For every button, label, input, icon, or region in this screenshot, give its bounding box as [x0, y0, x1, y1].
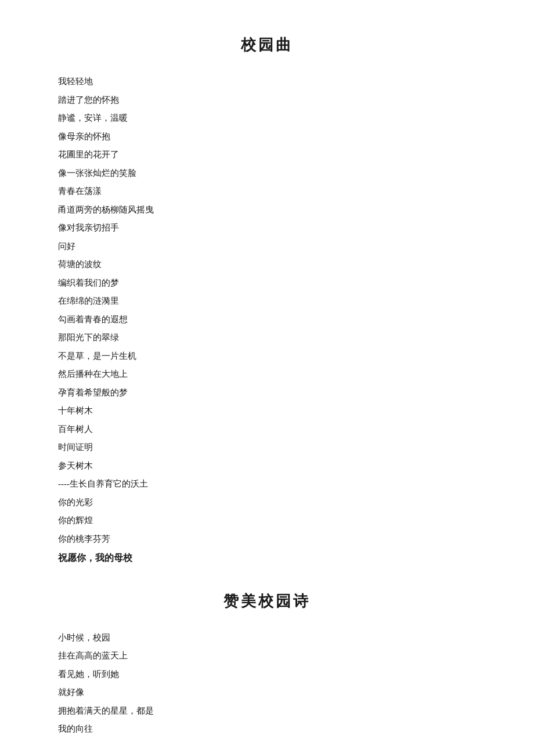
- poem-line: 在绵绵的涟漪里: [58, 292, 488, 311]
- poem-line: 像对我亲切招手: [58, 219, 488, 237]
- poem-body-2: 小时候，校园挂在高高的蓝天上看见她，听到她就好像拥抱着满天的星星，都是我的向往: [58, 629, 488, 739]
- poem-line: 祝愿你，我的母校: [58, 548, 488, 568]
- poem-line: 像母亲的怀抱: [58, 128, 488, 146]
- poem-line: 问好: [58, 237, 488, 256]
- poem-line: 看见她，听到她: [58, 665, 488, 684]
- poem-line: 挂在高高的蓝天上: [58, 647, 488, 665]
- poem-line: 青春在荡漾: [58, 182, 488, 201]
- poem-line: 就好像: [58, 683, 488, 702]
- poem-line: 拥抱着满天的星星，都是: [58, 702, 488, 721]
- poem-line: 十年树木: [58, 402, 488, 420]
- poem-line: 孕育着希望般的梦: [58, 384, 488, 402]
- poem-section-1: 校园曲 我轻轻地踏进了您的怀抱静谧，安详，温暖像母亲的怀抱花圃里的花开了像一张张…: [46, 35, 488, 568]
- poem-line: 不是草，是一片生机: [58, 347, 488, 366]
- poem-line: ----生长自养育它的沃土: [58, 475, 488, 494]
- poem-line: 踏进了您的怀抱: [58, 91, 488, 110]
- poem-title-2: 赞美校园诗: [46, 591, 488, 611]
- poem-line: 编织着我们的梦: [58, 274, 488, 293]
- poem-line: 静谧，安详，温暖: [58, 109, 488, 128]
- poem-line: 时间证明: [58, 438, 488, 457]
- poem-line: 你的光彩: [58, 494, 488, 512]
- poem-line: 那阳光下的翠绿: [58, 329, 488, 347]
- poem-line: 我轻轻地: [58, 73, 488, 91]
- poem-line: 像一张张灿烂的笑脸: [58, 164, 488, 183]
- poem-line: 我的向往: [58, 720, 488, 739]
- poem-line: 甬道两旁的杨柳随风摇曳: [58, 201, 488, 219]
- poem-line: 参天树木: [58, 457, 488, 476]
- poem-line: 你的辉煌: [58, 512, 488, 530]
- poem-line: 小时候，校园: [58, 629, 488, 647]
- poem-line: 百年树人: [58, 420, 488, 439]
- poem-section-2: 赞美校园诗 小时候，校园挂在高高的蓝天上看见她，听到她就好像拥抱着满天的星星，都…: [46, 591, 488, 739]
- poem-line: 荷塘的波纹: [58, 255, 488, 274]
- poem-line: 花圃里的花开了: [58, 146, 488, 164]
- poem-body-1: 我轻轻地踏进了您的怀抱静谧，安详，温暖像母亲的怀抱花圃里的花开了像一张张灿烂的笑…: [58, 73, 488, 568]
- poem-line: 勾画着青春的遐想: [58, 311, 488, 329]
- poem-title-1: 校园曲: [46, 35, 488, 55]
- poem-line: 你的桃李芬芳: [58, 530, 488, 549]
- poem-line: 然后播种在大地上: [58, 365, 488, 384]
